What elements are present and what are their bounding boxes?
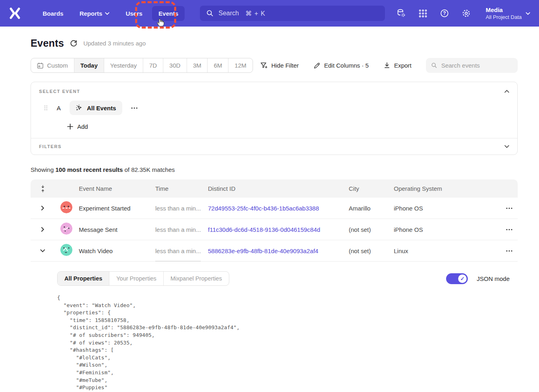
tab-label: Your Properties [116, 275, 156, 282]
date-range-label: 30D [169, 62, 181, 69]
results-count: 100 most recent results [56, 166, 123, 173]
date-range-today[interactable]: Today [74, 58, 104, 72]
cell-time: less than a min... [155, 205, 208, 212]
date-range-6m[interactable]: 6M [208, 58, 228, 72]
add-event-label: Add [77, 123, 88, 130]
edit-columns-button[interactable]: Edit Columns · 5 [313, 62, 369, 69]
header-distinct-id[interactable]: Distinct ID [208, 185, 349, 192]
export-button[interactable]: Export [383, 62, 411, 69]
collapse-all-icon[interactable] [31, 185, 55, 192]
chevron-down-icon [504, 145, 509, 148]
time-cell-underline [155, 261, 201, 262]
date-range-custom[interactable]: Custom [31, 58, 74, 72]
help-icon[interactable]: ? [440, 8, 449, 18]
filters-label: FILTERS [39, 144, 62, 149]
chevron-up-icon[interactable] [504, 90, 509, 93]
search-shortcut: ⌘ + K [245, 10, 265, 17]
nav-right-group: ? Media All Project Data [396, 6, 530, 21]
search-placeholder: Search [218, 10, 239, 17]
primary-nav: Boards Reports Users Events [36, 6, 185, 21]
table-row[interactable]: Experiment Started less than a min... 72… [31, 198, 518, 219]
chevron-down-icon [105, 12, 109, 15]
add-event-button[interactable]: Add [67, 123, 509, 130]
table-header-row: Event Name Time Distinct ID City Operati… [31, 179, 518, 198]
nav-item-users[interactable]: Users [119, 6, 149, 21]
tab-label: Mixpanel Properties [171, 275, 222, 282]
date-range-yesterday[interactable]: Yesterday [104, 58, 143, 72]
pencil-icon [313, 62, 321, 69]
event-chip-all-events[interactable]: All Events [70, 101, 122, 115]
toolbar-actions: Hide Filter Edit Columns · 5 Export [260, 58, 518, 73]
cell-os: iPhone OS [394, 205, 477, 212]
event-avatar [60, 201, 72, 213]
select-event-section: SELECT EVENT A All Events [31, 82, 517, 138]
json-mode-toggle[interactable]: ✓ [446, 273, 468, 284]
title-row: Events Updated 3 minutes ago [31, 37, 518, 49]
toolbar: Custom Today Yesterday 7D 30D 3M 6M 12M … [31, 58, 518, 73]
header-time[interactable]: Time [155, 185, 208, 192]
global-search[interactable]: Search ⌘ + K [200, 6, 385, 21]
mixpanel-logo[interactable] [9, 7, 21, 19]
date-range-label: 6M [214, 62, 222, 69]
filter-funnel-icon [260, 62, 267, 69]
date-range-12m[interactable]: 12M [228, 58, 252, 72]
hide-filter-button[interactable]: Hide Filter [260, 62, 298, 69]
date-range-label: Yesterday [110, 62, 137, 69]
event-detail-panel: All Properties Your Properties Mixpanel … [31, 262, 518, 392]
search-icon [206, 10, 214, 17]
row-more-button[interactable] [477, 229, 518, 231]
nav-item-reports[interactable]: Reports [73, 6, 116, 21]
cell-distinct-id-link[interactable]: 72d49553-25fc-4f0c-b436-1b5ac6ab3388 [208, 205, 349, 212]
drag-handle-icon[interactable] [44, 105, 48, 111]
date-range-30d[interactable]: 30D [163, 58, 187, 72]
results-summary: Showing 100 most recent results of 82.35… [31, 166, 518, 173]
date-range-7d[interactable]: 7D [143, 58, 163, 72]
tab-mixpanel-properties[interactable]: Mixpanel Properties [164, 272, 229, 285]
tab-all-properties[interactable]: All Properties [58, 272, 109, 285]
date-range-control: Custom Today Yesterday 7D 30D 3M 6M 12M [31, 58, 253, 73]
refresh-icon[interactable] [70, 39, 78, 47]
search-events-input[interactable] [441, 62, 512, 69]
properties-tabs: All Properties Your Properties Mixpanel … [57, 271, 229, 286]
expand-row-icon[interactable] [31, 227, 55, 232]
date-range-label: 3M [193, 62, 202, 69]
event-chip-label: All Events [87, 105, 116, 111]
tab-your-properties[interactable]: Your Properties [109, 272, 163, 285]
row-more-button[interactable] [477, 250, 518, 252]
search-icon [431, 62, 437, 69]
results-suffix: of 82.35K matches [123, 166, 175, 173]
event-more-button[interactable] [131, 107, 138, 109]
collapse-row-icon[interactable] [31, 249, 55, 252]
nav-item-events[interactable]: Events [152, 6, 185, 21]
json-mode-control: ✓ JSON mode [446, 273, 510, 284]
header-city[interactable]: City [349, 185, 394, 192]
chevron-down-icon [526, 12, 530, 15]
results-prefix: Showing [31, 166, 56, 173]
project-name: Media [486, 6, 522, 14]
header-event-name[interactable]: Event Name [79, 185, 155, 192]
date-range-3m[interactable]: 3M [187, 58, 208, 72]
nav-item-label: Users [125, 10, 142, 17]
top-navbar: Boards Reports Users Events Search ⌘ + K [0, 0, 539, 27]
table-row[interactable]: Message Sent less than a min... f11c30d6… [31, 219, 518, 240]
cell-distinct-id-link[interactable]: f11c30d6-dc6d-4518-9136-0d046159c84d [208, 226, 349, 233]
date-range-label: Today [80, 62, 98, 69]
cell-event-name: Experiment Started [79, 205, 155, 212]
search-events-box [426, 58, 518, 73]
project-selector[interactable]: Media All Project Data [486, 6, 530, 21]
apps-grid-icon[interactable] [418, 8, 428, 18]
edit-columns-label: Edit Columns · 5 [324, 62, 369, 69]
table-row-expanded[interactable]: Watch Video less than a min... 5886283e-… [31, 240, 518, 262]
expand-row-icon[interactable] [31, 206, 55, 210]
page-title: Events [31, 37, 64, 49]
data-management-icon[interactable] [396, 8, 406, 18]
header-operating-system[interactable]: Operating System [394, 185, 477, 192]
json-mode-label: JSON mode [477, 275, 510, 282]
row-more-button[interactable] [477, 207, 518, 209]
nav-item-boards[interactable]: Boards [36, 6, 70, 21]
toggle-knob: ✓ [458, 274, 467, 283]
cell-distinct-id-link[interactable]: 5886283e-e9fb-48fb-81de-40e9093a2af4 [208, 248, 349, 254]
settings-gear-icon[interactable] [461, 8, 471, 18]
filters-section-toggle[interactable]: FILTERS [31, 138, 517, 155]
nav-item-label: Reports [80, 10, 103, 17]
